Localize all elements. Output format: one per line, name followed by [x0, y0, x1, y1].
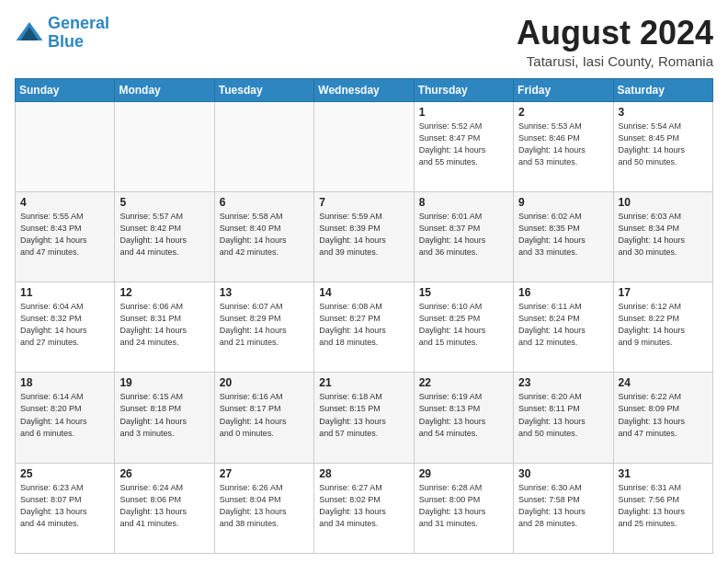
day-number: 18 — [20, 376, 109, 389]
day-number: 16 — [518, 286, 608, 299]
month-year: August 2024 — [517, 15, 713, 52]
day-info: Sunrise: 6:10 AM Sunset: 8:25 PM Dayligh… — [419, 301, 508, 349]
day-number: 21 — [319, 376, 408, 389]
logo-line1: General — [48, 14, 109, 32]
table-row: 6Sunrise: 5:58 AM Sunset: 8:40 PM Daylig… — [214, 191, 313, 282]
table-row: 18Sunrise: 6:14 AM Sunset: 8:20 PM Dayli… — [16, 373, 115, 463]
day-info: Sunrise: 6:22 AM Sunset: 8:09 PM Dayligh… — [619, 391, 708, 439]
day-number: 7 — [319, 196, 408, 209]
table-row: 9Sunrise: 6:02 AM Sunset: 8:35 PM Daylig… — [514, 191, 613, 282]
table-row: 22Sunrise: 6:19 AM Sunset: 8:13 PM Dayli… — [414, 373, 513, 463]
table-row: 21Sunrise: 6:18 AM Sunset: 8:15 PM Dayli… — [314, 373, 414, 463]
day-info: Sunrise: 6:07 AM Sunset: 8:29 PM Dayligh… — [220, 301, 309, 349]
table-row: 28Sunrise: 6:27 AM Sunset: 8:02 PM Dayli… — [314, 463, 414, 553]
day-info: Sunrise: 6:08 AM Sunset: 8:27 PM Dayligh… — [319, 301, 408, 349]
day-info: Sunrise: 6:20 AM Sunset: 8:11 PM Dayligh… — [518, 391, 608, 439]
day-number: 29 — [419, 467, 508, 480]
day-number: 20 — [220, 376, 309, 389]
day-info: Sunrise: 6:28 AM Sunset: 8:00 PM Dayligh… — [419, 482, 508, 530]
table-row — [214, 101, 313, 191]
day-info: Sunrise: 6:26 AM Sunset: 8:04 PM Dayligh… — [220, 482, 309, 530]
logo-text: General Blue — [48, 15, 109, 52]
col-tuesday: Tuesday — [214, 78, 313, 101]
logo-icon — [15, 18, 44, 48]
col-saturday: Saturday — [613, 78, 712, 101]
calendar-table: Sunday Monday Tuesday Wednesday Thursday… — [15, 78, 713, 554]
day-number: 28 — [319, 467, 408, 480]
location: Tatarusi, Iasi County, Romania — [517, 53, 713, 69]
table-row: 20Sunrise: 6:16 AM Sunset: 8:17 PM Dayli… — [214, 373, 313, 463]
day-info: Sunrise: 6:11 AM Sunset: 8:24 PM Dayligh… — [518, 301, 608, 349]
day-info: Sunrise: 5:52 AM Sunset: 8:47 PM Dayligh… — [419, 121, 508, 168]
day-info: Sunrise: 5:54 AM Sunset: 8:45 PM Dayligh… — [619, 121, 708, 168]
table-row — [314, 101, 414, 191]
table-row: 25Sunrise: 6:23 AM Sunset: 8:07 PM Dayli… — [16, 463, 115, 553]
day-number: 30 — [518, 467, 608, 480]
day-number: 12 — [119, 286, 209, 299]
col-sunday: Sunday — [16, 78, 115, 101]
table-row: 1Sunrise: 5:52 AM Sunset: 8:47 PM Daylig… — [414, 101, 513, 191]
day-number: 4 — [20, 196, 109, 209]
page: General Blue August 2024 Tatarusi, Iasi … — [0, 0, 728, 563]
day-number: 23 — [518, 376, 608, 389]
day-info: Sunrise: 6:19 AM Sunset: 8:13 PM Dayligh… — [419, 391, 508, 439]
header: General Blue August 2024 Tatarusi, Iasi … — [15, 15, 713, 69]
calendar-header-row: Sunday Monday Tuesday Wednesday Thursday… — [16, 78, 713, 101]
col-friday: Friday — [514, 78, 613, 101]
table-row: 16Sunrise: 6:11 AM Sunset: 8:24 PM Dayli… — [514, 282, 613, 373]
day-info: Sunrise: 6:23 AM Sunset: 8:07 PM Dayligh… — [20, 482, 109, 530]
table-row: 19Sunrise: 6:15 AM Sunset: 8:18 PM Dayli… — [115, 373, 214, 463]
col-wednesday: Wednesday — [314, 78, 414, 101]
day-number: 6 — [220, 196, 309, 209]
table-row: 31Sunrise: 6:31 AM Sunset: 7:56 PM Dayli… — [613, 463, 712, 553]
day-number: 25 — [20, 467, 109, 480]
day-number: 11 — [20, 286, 109, 299]
day-number: 26 — [119, 467, 209, 480]
col-monday: Monday — [115, 78, 214, 101]
day-info: Sunrise: 6:14 AM Sunset: 8:20 PM Dayligh… — [20, 391, 109, 439]
day-number: 24 — [619, 376, 708, 389]
day-number: 14 — [319, 286, 408, 299]
day-info: Sunrise: 6:03 AM Sunset: 8:34 PM Dayligh… — [619, 211, 708, 259]
table-row — [115, 101, 214, 191]
day-number: 15 — [419, 286, 508, 299]
day-number: 31 — [619, 467, 708, 480]
day-number: 5 — [119, 196, 209, 209]
table-row: 17Sunrise: 6:12 AM Sunset: 8:22 PM Dayli… — [613, 282, 712, 373]
day-number: 2 — [518, 106, 608, 119]
calendar-week-row: 18Sunrise: 6:14 AM Sunset: 8:20 PM Dayli… — [16, 373, 713, 463]
day-info: Sunrise: 6:15 AM Sunset: 8:18 PM Dayligh… — [119, 391, 209, 439]
table-row: 27Sunrise: 6:26 AM Sunset: 8:04 PM Dayli… — [214, 463, 313, 553]
day-info: Sunrise: 6:01 AM Sunset: 8:37 PM Dayligh… — [419, 211, 508, 259]
table-row: 24Sunrise: 6:22 AM Sunset: 8:09 PM Dayli… — [613, 373, 712, 463]
day-number: 27 — [220, 467, 309, 480]
table-row: 26Sunrise: 6:24 AM Sunset: 8:06 PM Dayli… — [115, 463, 214, 553]
day-info: Sunrise: 6:06 AM Sunset: 8:31 PM Dayligh… — [119, 301, 209, 349]
day-number: 10 — [619, 196, 708, 209]
day-info: Sunrise: 6:27 AM Sunset: 8:02 PM Dayligh… — [319, 482, 408, 530]
calendar-week-row: 4Sunrise: 5:55 AM Sunset: 8:43 PM Daylig… — [16, 191, 713, 282]
calendar-week-row: 25Sunrise: 6:23 AM Sunset: 8:07 PM Dayli… — [16, 463, 713, 553]
day-info: Sunrise: 5:59 AM Sunset: 8:39 PM Dayligh… — [319, 211, 408, 259]
day-info: Sunrise: 6:02 AM Sunset: 8:35 PM Dayligh… — [518, 211, 608, 259]
table-row: 29Sunrise: 6:28 AM Sunset: 8:00 PM Dayli… — [414, 463, 513, 553]
day-info: Sunrise: 6:30 AM Sunset: 7:58 PM Dayligh… — [518, 482, 608, 530]
table-row: 4Sunrise: 5:55 AM Sunset: 8:43 PM Daylig… — [16, 191, 115, 282]
day-info: Sunrise: 5:55 AM Sunset: 8:43 PM Dayligh… — [20, 211, 109, 259]
calendar-week-row: 1Sunrise: 5:52 AM Sunset: 8:47 PM Daylig… — [16, 101, 713, 191]
table-row: 13Sunrise: 6:07 AM Sunset: 8:29 PM Dayli… — [214, 282, 313, 373]
table-row: 14Sunrise: 6:08 AM Sunset: 8:27 PM Dayli… — [314, 282, 414, 373]
table-row: 5Sunrise: 5:57 AM Sunset: 8:42 PM Daylig… — [115, 191, 214, 282]
day-number: 1 — [419, 106, 508, 119]
table-row: 30Sunrise: 6:30 AM Sunset: 7:58 PM Dayli… — [514, 463, 613, 553]
day-number: 22 — [419, 376, 508, 389]
table-row: 15Sunrise: 6:10 AM Sunset: 8:25 PM Dayli… — [414, 282, 513, 373]
calendar-week-row: 11Sunrise: 6:04 AM Sunset: 8:32 PM Dayli… — [16, 282, 713, 373]
table-row — [16, 101, 115, 191]
table-row: 2Sunrise: 5:53 AM Sunset: 8:46 PM Daylig… — [514, 101, 613, 191]
table-row: 7Sunrise: 5:59 AM Sunset: 8:39 PM Daylig… — [314, 191, 414, 282]
day-info: Sunrise: 6:04 AM Sunset: 8:32 PM Dayligh… — [20, 301, 109, 349]
title-block: August 2024 Tatarusi, Iasi County, Roman… — [517, 15, 713, 69]
day-info: Sunrise: 6:16 AM Sunset: 8:17 PM Dayligh… — [220, 391, 309, 439]
table-row: 12Sunrise: 6:06 AM Sunset: 8:31 PM Dayli… — [115, 282, 214, 373]
